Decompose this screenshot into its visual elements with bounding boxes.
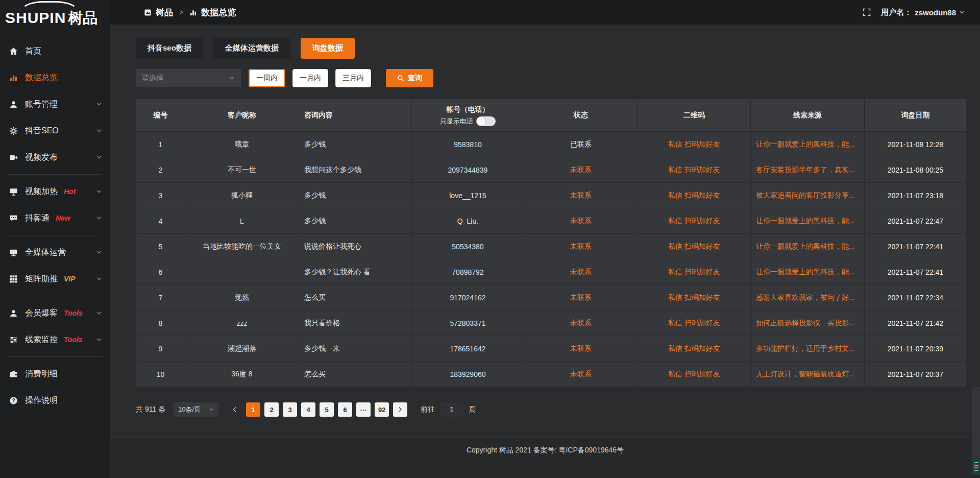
sliders-icon [8,335,18,344]
sidebar-item-label: 矩阵助推 [25,274,58,284]
table-row: 9潮起潮落多少钱一米178651642未联系私信 扫码加好友多功能护栏灯，适用于… [136,336,967,362]
sidebar-item-wallet[interactable]: 消费明细 [0,361,110,387]
bar-chart-icon [8,73,18,82]
cell-nickname: zzz [185,310,299,336]
col-nickname: 客户昵称 [185,99,299,132]
cell-qr-link[interactable]: 私信 扫码加好友 [638,132,750,157]
chevron-down-icon [96,188,102,195]
widget-line [974,462,978,463]
inquiry-table: 编号 客户昵称 咨询内容 帐号（电话） 只显示电话 状态 二维码 线索来源 询盘… [136,99,967,387]
cell-source-link[interactable]: 多功能护栏灯，适用于乡村文... [750,336,864,362]
cell-source-link[interactable]: 让你一眼就爱上的黑科技，能... [750,234,864,259]
cell-qr-link[interactable]: 私信 扫码加好友 [638,336,750,362]
next-page-button[interactable] [393,402,407,417]
cell-qr-link[interactable]: 私信 扫码加好友 [638,208,750,234]
sidebar-item-monitor[interactable]: 全媒体运营 [0,239,110,266]
range-button-三月内[interactable]: 三月内 [335,69,371,87]
cell-nickname: 潮起潮落 [185,336,299,362]
page-button-5[interactable]: 5 [320,402,334,417]
cell-qr-link[interactable]: 私信 扫码加好友 [638,310,750,336]
fullscreen-icon[interactable] [863,8,871,16]
sidebar-divider [8,296,102,296]
cell-content: 多少钱 [299,132,411,157]
cell-source-link[interactable]: 客厅安装投影半年多了，真实... [750,157,864,183]
page-button-92[interactable]: 92 [375,402,389,417]
cell-source-link[interactable]: 被大家追着问的客厅投影分享... [750,183,864,208]
page-button-1[interactable]: 1 [246,402,260,417]
cell-qr-link[interactable]: 私信 扫码加好友 [638,285,750,310]
phone-toggle-label: 只显示电话 [440,116,473,127]
phone-only-toggle[interactable] [476,116,496,126]
sidebar-item-user[interactable]: 账号管理 [0,91,110,117]
range-button-一月内[interactable]: 一月内 [292,69,328,87]
video-icon [8,153,18,162]
cell-nickname: 36度 8 [185,362,299,387]
sidebar-item-question[interactable]: ?操作说明 [0,387,110,414]
cell-nickname: 不可一世 [185,157,299,183]
filter-select[interactable]: 请选择 [136,69,241,87]
table-row: 5当地比较能吃的一位美女说说价格让我死心50534380未联系私信 扫码加好友让… [136,234,967,259]
sidebar-menu: 首页数据总览账号管理抖音SEO视频发布视频加热Hot抖客通New全媒体运营矩阵助… [0,33,110,414]
sidebar-item-grid[interactable]: 矩阵助推VIP [0,266,110,292]
tab-询盘数据[interactable]: 询盘数据 [301,38,355,59]
range-button-一周内[interactable]: 一周内 [249,69,285,87]
page-buttons: 123456···92 [228,402,407,417]
cell-no: 5 [136,234,185,259]
goto-page-input[interactable] [440,402,463,417]
prev-page-button[interactable] [228,402,242,417]
cell-no: 4 [136,208,185,234]
sidebar-item-sliders[interactable]: 线索监控Tools [0,326,110,353]
page-button-4[interactable]: 4 [301,402,315,417]
cell-source-link[interactable]: 如何正确选择投影仪，买投影... [750,310,864,336]
username-label: 用户名： [881,8,912,17]
search-button[interactable]: 查询 [386,69,433,87]
pagination-bar: 共 911 条 10条/页 123456···92 [136,402,967,417]
grid-icon [8,274,18,283]
col-qr: 二维码 [638,99,750,132]
page-button-6[interactable]: 6 [338,402,352,417]
col-no: 编号 [136,99,185,132]
page-size-select[interactable]: 10条/页 [174,402,218,417]
sidebar-item-video[interactable]: 视频发布 [0,144,110,171]
cell-qr-link[interactable]: 私信 扫码加好友 [638,234,750,259]
page-ellipsis-button[interactable]: ··· [356,402,371,417]
cell-qr-link[interactable]: 私信 扫码加好友 [638,259,750,285]
sidebar-item-heat[interactable]: 视频加热Hot [0,178,110,205]
page-button-2[interactable]: 2 [264,402,279,417]
date-range-buttons: 一周内一月内三月内 [249,69,371,87]
cell-qr-link[interactable]: 私信 扫码加好友 [638,157,750,183]
cell-qr-link[interactable]: 私信 扫码加好友 [638,362,750,387]
sidebar-item-bar-chart[interactable]: 数据总览 [0,64,110,91]
sidebar-item-label: 视频加热 [25,186,58,197]
breadcrumb-root[interactable]: 树品 [156,7,173,18]
sidebar-item-label: 抖客通 [25,213,50,224]
col-source: 线索来源 [750,99,864,132]
question-icon: ? [8,396,18,405]
cell-source-link[interactable]: 无主灯设计，智能磁吸轨道灯... [750,362,864,387]
user-icon [8,100,18,109]
floating-widget[interactable] [972,387,980,475]
page-button-3[interactable]: 3 [283,402,297,417]
cell-source-link[interactable]: 让你一眼就爱上的黑科技，能... [750,208,864,234]
cell-no: 2 [136,157,185,183]
cell-status: 未联系 [524,285,638,310]
cell-qr-link[interactable]: 私信 扫码加好友 [638,183,750,208]
tab-全媒体运营数据[interactable]: 全媒体运营数据 [213,38,290,59]
sidebar-item-chat[interactable]: 抖客通New [0,205,110,231]
username-value: zswodun88 [915,8,956,17]
cell-nickname: 狐小狸 [185,183,299,208]
sidebar-item-badge: Hot [64,187,76,196]
sidebar-item-home[interactable]: 首页 [0,38,110,64]
sidebar-divider [8,235,102,235]
cell-source-link[interactable]: 让你一眼就爱上的黑科技，能... [750,132,864,157]
sidebar-divider [8,356,102,357]
sidebar-item-member[interactable]: 会员爆客Tools [0,300,110,326]
sidebar-item-gear[interactable]: 抖音SEO [0,117,110,144]
tab-抖音seo数据[interactable]: 抖音seo数据 [136,38,203,59]
user-menu[interactable]: 用户名：zswodun88 [881,8,965,17]
col-status: 状态 [524,99,638,132]
breadcrumb-separator: > [179,8,183,16]
cell-status: 未联系 [524,157,638,183]
cell-source-link[interactable]: 感谢大家喜欢我家，被问了好... [750,285,864,310]
cell-source-link[interactable]: 让你一眼就爱上的黑科技，能... [750,259,864,285]
